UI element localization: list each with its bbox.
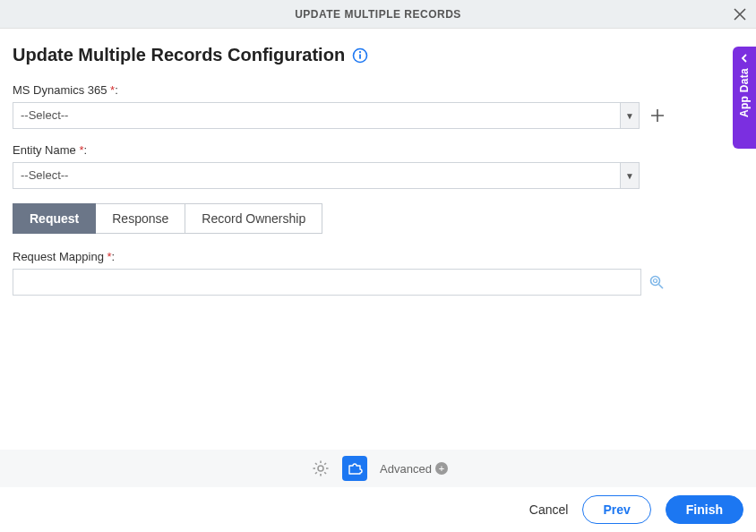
tab-record-ownership[interactable]: Record Ownership xyxy=(185,203,322,234)
puzzle-icon xyxy=(347,460,363,476)
request-mapping-input[interactable] xyxy=(13,269,641,296)
app-data-label: App Data xyxy=(738,68,751,117)
add-dynamics-button[interactable] xyxy=(649,107,666,124)
content-area: Update Multiple Records Configuration MS… xyxy=(0,29,756,296)
bottom-bar: Advanced + xyxy=(0,450,756,487)
search-icon xyxy=(649,274,665,290)
entity-select[interactable]: --Select-- ▼ xyxy=(13,162,640,189)
dynamics-select-row: --Select-- ▼ xyxy=(13,102,743,129)
integration-button[interactable] xyxy=(342,456,367,481)
entity-select-value: --Select-- xyxy=(13,162,640,189)
header-title: UPDATE MULTIPLE RECORDS xyxy=(295,8,461,21)
advanced-label: Advanced xyxy=(380,462,432,476)
tab-request[interactable]: Request xyxy=(13,203,96,234)
chevron-down-icon: ▼ xyxy=(620,102,640,129)
cancel-button[interactable]: Cancel xyxy=(529,502,569,517)
settings-button[interactable] xyxy=(308,456,333,481)
dynamics-select[interactable]: --Select-- ▼ xyxy=(13,102,640,129)
svg-rect-2 xyxy=(359,54,361,58)
entity-label: Entity Name *: xyxy=(13,143,743,157)
entity-label-text: Entity Name xyxy=(13,143,76,157)
svg-point-4 xyxy=(654,279,657,283)
svg-point-5 xyxy=(318,466,323,471)
mapping-row xyxy=(13,269,743,296)
label-colon: : xyxy=(84,143,88,157)
entity-select-row: --Select-- ▼ xyxy=(13,162,743,189)
plus-icon xyxy=(650,108,665,123)
dynamics-label: MS Dynamics 365 *: xyxy=(13,83,743,97)
gear-icon xyxy=(312,459,330,477)
close-button[interactable] xyxy=(731,5,749,23)
app-data-panel-toggle[interactable]: App Data xyxy=(733,47,756,149)
label-colon: : xyxy=(115,83,118,97)
info-icon[interactable] xyxy=(352,47,368,64)
svg-point-1 xyxy=(359,51,361,53)
mapping-label-text: Request Mapping xyxy=(13,250,104,263)
header-bar: UPDATE MULTIPLE RECORDS xyxy=(0,0,756,29)
tab-response[interactable]: Response xyxy=(96,203,185,234)
lookup-button[interactable] xyxy=(649,274,665,290)
chevron-down-icon: ▼ xyxy=(620,162,640,189)
svg-point-3 xyxy=(651,277,660,286)
close-icon xyxy=(734,8,746,21)
mapping-label: Request Mapping *: xyxy=(13,250,743,263)
dynamics-label-text: MS Dynamics 365 xyxy=(13,83,107,97)
advanced-toggle[interactable]: Advanced + xyxy=(380,462,448,476)
plus-circle-icon: + xyxy=(435,462,448,475)
finish-button[interactable]: Finish xyxy=(666,495,743,524)
dynamics-select-value: --Select-- xyxy=(13,102,640,129)
prev-button[interactable]: Prev xyxy=(582,495,650,524)
page-title-row: Update Multiple Records Configuration xyxy=(13,45,743,65)
chevron-left-icon xyxy=(740,54,749,63)
footer: Cancel Prev Finish xyxy=(0,487,756,532)
page-title: Update Multiple Records Configuration xyxy=(13,45,345,65)
tabs: Request Response Record Ownership xyxy=(13,203,743,234)
label-colon: : xyxy=(112,250,116,263)
